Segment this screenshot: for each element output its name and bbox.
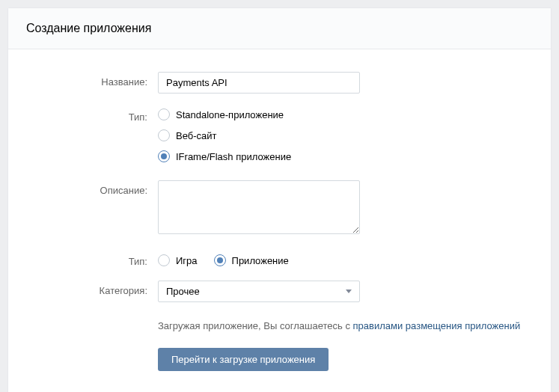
category-select[interactable]: Прочее [158, 281, 360, 302]
chevron-down-icon [346, 290, 352, 293]
type1-option-standalone[interactable]: Standalone-приложение [158, 108, 533, 120]
type1-option-website[interactable]: Веб-сайт [158, 129, 533, 141]
consent-prefix: Загружая приложение, Вы соглашаетесь с [158, 320, 353, 331]
radio-label: IFrame/Flash приложение [176, 151, 291, 162]
terms-link[interactable]: правилами размещения приложений [353, 320, 521, 331]
name-label: Название: [26, 72, 158, 88]
panel-header: Создание приложения [8, 8, 551, 49]
category-label: Категория: [26, 281, 158, 296]
radio-label: Веб-сайт [176, 130, 216, 141]
radio-icon [158, 254, 170, 266]
type2-radio-group: Игра Приложение [158, 251, 533, 266]
type1-radio-group: Standalone-приложение Веб-сайт IFrame/Fl… [158, 107, 533, 162]
radio-icon [214, 254, 226, 266]
description-input[interactable] [158, 180, 360, 234]
radio-icon [158, 129, 170, 141]
type1-option-iframe[interactable]: IFrame/Flash приложение [158, 150, 533, 162]
radio-label: Standalone-приложение [176, 109, 284, 120]
type2-label: Тип: [26, 251, 158, 267]
form-body: Название: Тип: Standalone-приложение Веб… [8, 49, 551, 392]
radio-icon [158, 108, 170, 120]
radio-label: Приложение [232, 255, 289, 266]
radio-label: Игра [176, 255, 198, 266]
submit-button[interactable]: Перейти к загрузке приложения [158, 348, 329, 371]
name-input[interactable] [158, 72, 360, 94]
type2-option-application[interactable]: Приложение [214, 254, 289, 266]
description-row: Описание: [26, 180, 533, 236]
consent-row: Загружая приложение, Вы соглашаетесь с п… [26, 320, 533, 371]
type1-row: Тип: Standalone-приложение Веб-сайт IFra… [26, 107, 533, 162]
app-creation-panel: Создание приложения Название: Тип: Stand… [7, 7, 552, 392]
page-title: Создание приложения [26, 22, 533, 35]
type1-label: Тип: [26, 107, 158, 123]
category-row: Категория: Прочее [26, 281, 533, 302]
name-row: Название: [26, 72, 533, 94]
type2-option-game[interactable]: Игра [158, 254, 198, 266]
consent-text: Загружая приложение, Вы соглашаетесь с п… [158, 320, 533, 331]
radio-icon [158, 150, 170, 162]
category-value: Прочее [166, 286, 200, 297]
type2-row: Тип: Игра Приложение [26, 251, 533, 267]
description-label: Описание: [26, 180, 158, 196]
